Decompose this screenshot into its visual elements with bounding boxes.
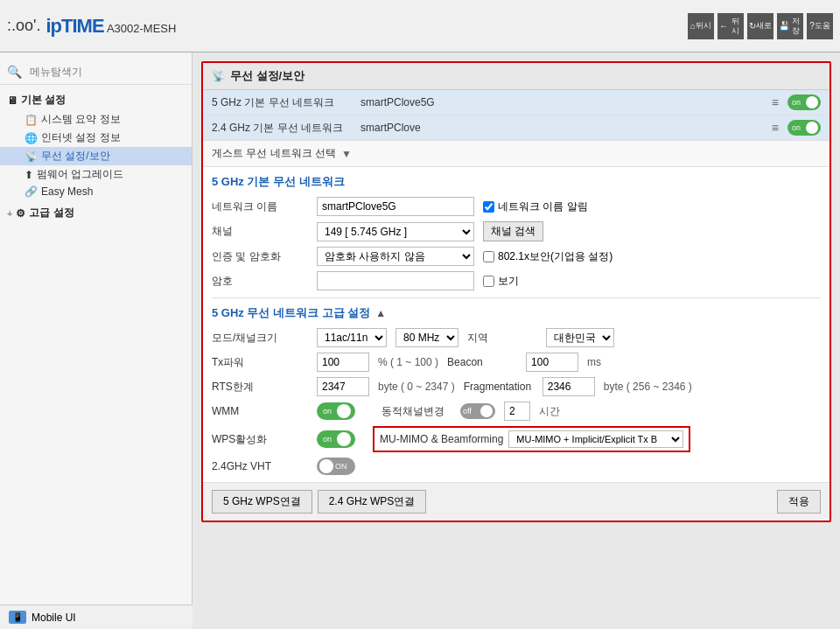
- txpower-unit: % ( 1 ~ 100 ): [378, 356, 438, 368]
- network-name-input[interactable]: [317, 197, 474, 216]
- wps-mimo-row: WPS활성화 on MU-MIMO & Beamforming MU-MIMO …: [212, 426, 821, 452]
- sidebar-item-easy-mesh[interactable]: 🔗 Easy Mesh: [0, 184, 192, 199]
- channel-label: 채널: [212, 224, 308, 239]
- advanced-settings-label: 고급 설정: [29, 206, 74, 220]
- 5ghz-ssid: smartPClove5G: [360, 96, 763, 108]
- channel-select[interactable]: 149 [ 5.745 GHz ]: [317, 222, 474, 241]
- txpower-row: Tx파워 % ( 1 ~ 100 ) Beacon ms: [212, 353, 821, 372]
- network-row-5ghz: 5 GHz 기본 무선 네트워크 smartPClove5G ≡ on: [203, 90, 830, 115]
- firmware-icon: ⬆: [24, 169, 33, 181]
- content-area: 📡 무선 설정/보안 5 GHz 기본 무선 네트워크 smartPClove5…: [192, 52, 840, 629]
- network-row-24ghz: 2.4 GHz 기본 무선 네트워크 smartPClove ≡ on: [203, 115, 830, 141]
- gear-icon: ⚙: [16, 207, 25, 220]
- help-button[interactable]: ?도움: [807, 13, 833, 39]
- advanced-section-title: 5 GHz 무선 네트워크 고급 설정 ▲: [212, 305, 821, 321]
- logo-area: :.oo'. ipTIME A3002-MESH: [7, 15, 176, 38]
- back-button[interactable]: ←뒤시: [718, 13, 744, 39]
- wmm-row: WMM on 동적채널변경 off 시간: [212, 402, 821, 421]
- filter-icon-24ghz: ≡: [772, 121, 779, 135]
- save-button[interactable]: 💾저장: [777, 13, 803, 39]
- vht-toggle[interactable]: ON: [317, 458, 355, 475]
- password-input[interactable]: [317, 271, 474, 290]
- txpower-input[interactable]: [317, 353, 369, 372]
- network-name-checkbox-label: 네트워크 이름 알림: [498, 199, 588, 214]
- advanced-network-section: 5 GHz 무선 네트워크 고급 설정 ▲ 모드/채널크기 11ac/11n 8…: [203, 298, 830, 482]
- firmware-label: 펌웨어 업그레이드: [37, 167, 123, 182]
- menu-search-input[interactable]: [25, 63, 185, 80]
- wmm-toggle[interactable]: on: [317, 402, 355, 420]
- rts-input[interactable]: [317, 377, 369, 396]
- security-checkbox[interactable]: [483, 251, 494, 262]
- dynamic-channel-unit: 시간: [539, 404, 560, 419]
- mobile-ui-footer: 📱 Mobile UI: [0, 605, 192, 629]
- network-name-checkbox[interactable]: [483, 201, 494, 213]
- 24ghz-ssid: smartPClove: [360, 122, 763, 134]
- main-layout: 🔍 🖥 기본 설정 📋 시스템 요약 정보 🌐 인터넷 설정 정보 📡 무선 설…: [0, 52, 840, 629]
- dynamic-channel-value-input[interactable]: [504, 402, 530, 421]
- show-password-group: 보기: [483, 274, 519, 289]
- sidebar-item-firmware[interactable]: ⬆ 펌웨어 업그레이드: [0, 165, 192, 184]
- wps-toggle[interactable]: on: [317, 430, 355, 448]
- refresh-button[interactable]: ↻새로: [747, 13, 774, 39]
- 5ghz-label: 5 GHz 기본 무선 네트워크: [212, 95, 352, 110]
- internet-icon: 🌐: [24, 132, 38, 144]
- sidebar-item-wireless-settings[interactable]: 📡 무선 설정/보안: [0, 147, 192, 165]
- network-name-label: 네트워크 이름: [212, 199, 308, 214]
- mimo-label: MU-MIMO & Beamforming: [380, 433, 503, 445]
- 5ghz-wps-button[interactable]: 5 GHz WPS연결: [212, 490, 312, 514]
- computer-icon: 🖥: [7, 94, 18, 107]
- logo-dots: :.oo'.: [7, 17, 40, 35]
- collapse-icon[interactable]: ▲: [375, 307, 386, 319]
- mesh-icon: 🔗: [24, 185, 38, 198]
- bandwidth-select[interactable]: 80 MHz: [396, 328, 458, 347]
- bottom-bar: 5 GHz WPS연결 2.4 GHz WPS연결 적용: [203, 482, 830, 521]
- 24ghz-wps-button[interactable]: 2.4 GHz WPS연결: [318, 490, 427, 514]
- mimo-select[interactable]: MU-MIMO + Implicit/Explicit Tx B: [508, 430, 683, 448]
- dynamic-channel-toggle[interactable]: off: [460, 403, 495, 419]
- password-row: 암호 보기: [212, 271, 821, 290]
- region-select[interactable]: 대한민국: [546, 328, 614, 347]
- sidebar-item-basic-settings[interactable]: 🖥 기본 설정: [0, 90, 192, 110]
- filter-icon-5ghz: ≡: [772, 95, 779, 109]
- sidebar-item-system-summary[interactable]: 📋 시스템 요약 정보: [0, 110, 192, 129]
- auth-label: 인증 및 암호화: [212, 249, 308, 264]
- header-icons: ⌂뒤시 ←뒤시 ↻새로 💾저장 ?도움: [688, 13, 833, 39]
- sidebar: 🔍 🖥 기본 설정 📋 시스템 요약 정보 🌐 인터넷 설정 정보 📡 무선 설…: [0, 52, 192, 629]
- sidebar-item-internet-settings[interactable]: 🌐 인터넷 설정 정보: [0, 129, 192, 147]
- toggle-24ghz[interactable]: on: [788, 120, 821, 136]
- mode-select[interactable]: 11ac/11n: [317, 328, 387, 347]
- nav-section-basic: 🖥 기본 설정 📋 시스템 요약 정보 🌐 인터넷 설정 정보 📡 무선 설정/…: [0, 90, 192, 199]
- 24ghz-label: 2.4 GHz 기본 무선 네트워크: [212, 121, 352, 136]
- guest-network-label: 게스트 무선 네트워크 선택: [212, 146, 336, 161]
- network-name-checkbox-group: 네트워크 이름 알림: [483, 199, 588, 214]
- basic-network-section: 5 GHz 기본 무선 네트워크 네트워크 이름 네트워크 이름 알림: [203, 167, 830, 297]
- toggle-5ghz[interactable]: on: [788, 94, 821, 110]
- home-button[interactable]: ⌂뒤시: [688, 13, 714, 39]
- guest-network-row: 게스트 무선 네트워크 선택 ▼: [203, 141, 830, 167]
- chevron-down-icon: ▼: [341, 148, 352, 160]
- channel-search-button[interactable]: 채널 검색: [483, 221, 543, 241]
- mimo-box: MU-MIMO & Beamforming MU-MIMO + Implicit…: [373, 426, 690, 452]
- wireless-icon: 📡: [24, 150, 38, 163]
- fragmentation-unit: byte ( 256 ~ 2346 ): [604, 381, 692, 393]
- mobile-ui-label: Mobile UI: [32, 612, 76, 624]
- basic-section-title: 5 GHz 기본 무선 네트워크: [212, 174, 821, 190]
- auth-select[interactable]: 암호화 사용하지 않음: [317, 247, 474, 266]
- show-password-label: 보기: [498, 274, 519, 289]
- sidebar-item-advanced-settings[interactable]: + ⚙ 고급 설정: [0, 203, 192, 223]
- region-label: 지역: [467, 331, 537, 346]
- rts-label: RTS한계: [212, 380, 308, 395]
- mobile-icon: 📱: [9, 611, 26, 624]
- logo-model: A3002-MESH: [107, 22, 176, 35]
- header: :.oo'. ipTIME A3002-MESH ⌂뒤시 ←뒤시 ↻새로 💾저장…: [0, 0, 840, 52]
- beacon-input[interactable]: [526, 353, 578, 372]
- apply-button[interactable]: 적용: [777, 490, 821, 514]
- auth-row: 인증 및 암호화 암호화 사용하지 않음 802.1x보안(기업용 설정): [212, 247, 821, 266]
- fragmentation-input[interactable]: [542, 377, 595, 396]
- security-checkbox-label: 802.1x보안(기업용 설정): [498, 249, 612, 264]
- bottom-left-buttons: 5 GHz WPS연결 2.4 GHz WPS연결: [212, 490, 426, 514]
- search-icon: 🔍: [7, 65, 22, 79]
- show-password-checkbox[interactable]: [483, 276, 494, 287]
- mode-row: 모드/채널크기 11ac/11n 80 MHz 지역 대한민국: [212, 328, 821, 347]
- advanced-form: 모드/채널크기 11ac/11n 80 MHz 지역 대한민국: [212, 328, 821, 475]
